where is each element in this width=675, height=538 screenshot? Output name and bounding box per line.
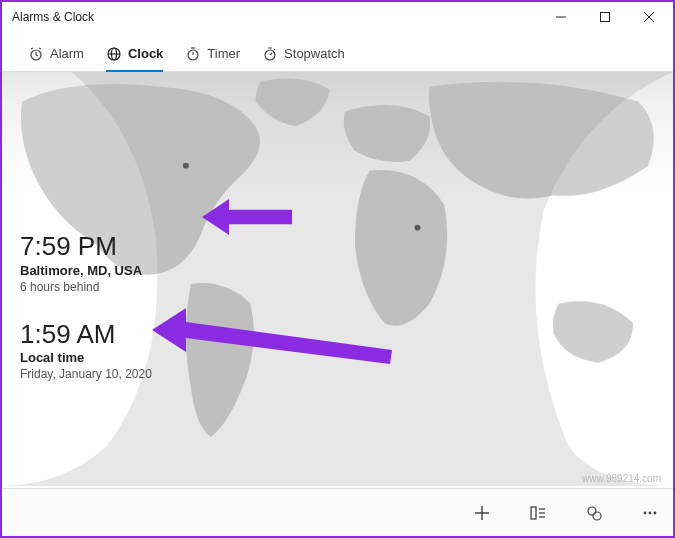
local-label: Local time	[20, 350, 152, 365]
select-clocks-button[interactable]	[579, 498, 609, 528]
tab-alarm[interactable]: Alarm	[28, 32, 84, 71]
svg-point-19	[593, 512, 601, 520]
command-bar	[2, 488, 673, 536]
minimize-button[interactable]	[539, 2, 583, 32]
remote-clock[interactable]: 7:59 PM Baltimore, MD, USA 6 hours behin…	[20, 232, 152, 294]
local-date: Friday, January 10, 2020	[20, 367, 152, 381]
window-title: Alarms & Clock	[12, 10, 94, 24]
stopwatch-icon	[262, 46, 278, 62]
tab-timer[interactable]: Timer	[185, 32, 240, 71]
tab-label: Clock	[128, 46, 163, 61]
tab-stopwatch[interactable]: Stopwatch	[262, 32, 345, 71]
remote-offset: 6 hours behind	[20, 280, 152, 294]
svg-marker-11	[152, 308, 392, 364]
tab-label: Stopwatch	[284, 46, 345, 61]
tab-bar: Alarm Clock Timer Stopwatch	[2, 32, 673, 72]
tab-label: Alarm	[50, 46, 84, 61]
tab-clock[interactable]: Clock	[106, 32, 163, 71]
remote-location: Baltimore, MD, USA	[20, 263, 152, 278]
local-clock[interactable]: 1:59 AM Local time Friday, January 10, 2…	[20, 320, 152, 382]
svg-point-20	[644, 511, 647, 514]
svg-point-22	[654, 511, 657, 514]
svg-point-21	[649, 511, 652, 514]
add-clock-button[interactable]	[467, 498, 497, 528]
timer-icon	[185, 46, 201, 62]
more-button[interactable]	[635, 498, 665, 528]
svg-rect-14	[531, 507, 536, 519]
compare-button[interactable]	[523, 498, 553, 528]
annotation-arrow-icon	[202, 192, 292, 242]
tab-label: Timer	[207, 46, 240, 61]
annotation-arrow-icon	[152, 302, 392, 372]
map-pin-local[interactable]	[415, 225, 421, 231]
svg-marker-10	[202, 199, 292, 235]
local-time: 1:59 AM	[20, 320, 152, 349]
map-pin-baltimore[interactable]	[183, 163, 189, 169]
world-map[interactable]: 7:59 PM Baltimore, MD, USA 6 hours behin…	[2, 72, 673, 486]
svg-point-18	[588, 507, 596, 515]
watermark: www.989214.com	[582, 473, 661, 484]
close-button[interactable]	[627, 2, 671, 32]
alarm-icon	[28, 46, 44, 62]
world-clock-icon	[106, 46, 122, 62]
maximize-button[interactable]	[583, 2, 627, 32]
remote-time: 7:59 PM	[20, 232, 152, 261]
svg-rect-1	[601, 13, 610, 22]
